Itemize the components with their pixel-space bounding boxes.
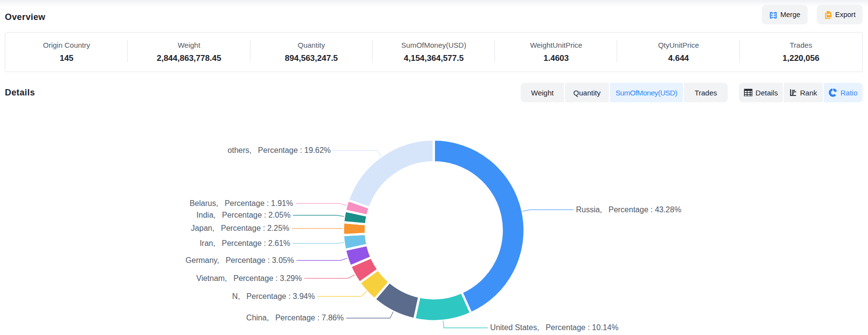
svg-text:Japan, Percentage : 2.25%: Japan, Percentage : 2.25% xyxy=(191,224,289,232)
svg-text:India, Percentage : 2.05%: India, Percentage : 2.05% xyxy=(196,211,290,219)
svg-text:Iran, Percentage : 2.61%: Iran, Percentage : 2.61% xyxy=(200,239,290,247)
svg-text:Belarus, Percentage : 1.91%: Belarus, Percentage : 1.91% xyxy=(189,199,293,207)
svg-text:N, Percentage : 3.94%: N, Percentage : 3.94% xyxy=(232,292,315,300)
svg-text:Vietnam, Percentage : 3.29%: Vietnam, Percentage : 3.29% xyxy=(196,274,302,282)
svg-text:China, Percentage : 7.86%: China, Percentage : 7.86% xyxy=(246,314,344,322)
svg-text:Russia, Percentage : 43.28%: Russia, Percentage : 43.28% xyxy=(576,205,681,214)
svg-text:others, Percentage : 19.62%: others, Percentage : 19.62% xyxy=(227,146,331,154)
svg-text:United States, Percentage :: United States, Percentage : 10.14% xyxy=(490,323,618,332)
svg-text:Germany, Percentage : 3.05%: Germany, Percentage : 3.05% xyxy=(186,256,294,264)
